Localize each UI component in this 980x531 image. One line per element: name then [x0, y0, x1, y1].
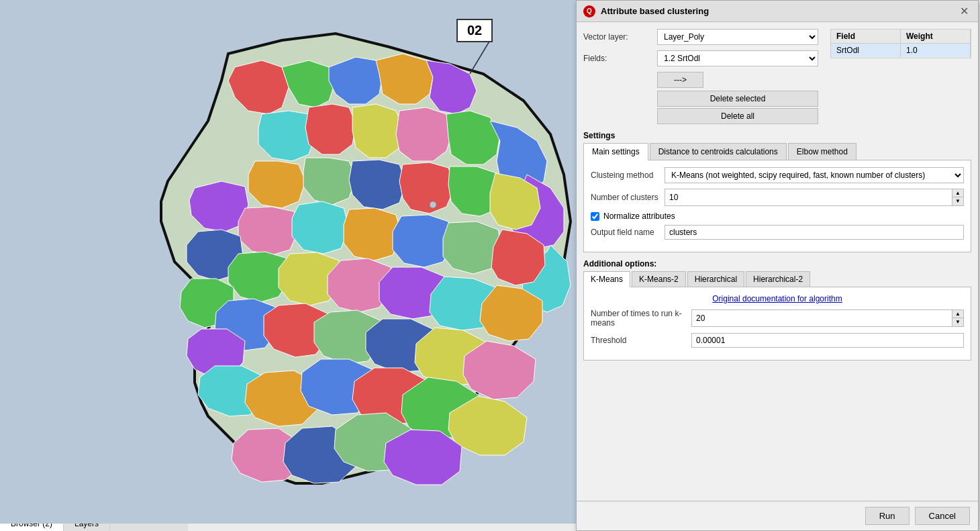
fields-select[interactable]: 1.2 SrtOdl — [657, 50, 818, 66]
fw-header: Field Weight — [831, 30, 971, 44]
additional-options-label: Additional options: — [583, 259, 971, 269]
clustering-method-label: Clusteing method — [591, 171, 665, 180]
map-label-02: 02 — [456, 19, 493, 42]
num-clusters-down[interactable]: ▼ — [952, 197, 963, 205]
additional-options-section: Additional options: K-Means K-Means-2 Hi… — [583, 259, 971, 360]
threshold-label: Threshold — [591, 336, 691, 345]
field-weight-table: Field Weight SrtOdl 1.0 — [830, 29, 971, 58]
dialog-title: Attribute based clustering — [601, 6, 709, 16]
sub-tab-bar: K-Means K-Means-2 Hierarchical Hierarchi… — [583, 271, 971, 287]
fields-row: Fields: 1.2 SrtOdl — [583, 50, 818, 66]
delete-all-button[interactable]: Delete all — [657, 108, 818, 124]
fw-field-1: SrtOdl — [831, 44, 901, 57]
times-label: Number of times to run k-means — [591, 309, 691, 328]
output-field-label: Output field name — [591, 228, 665, 237]
fw-row-1[interactable]: SrtOdl 1.0 — [831, 44, 971, 58]
times-control: ▲ ▼ — [691, 309, 964, 327]
num-clusters-input[interactable] — [665, 191, 952, 204]
dialog-body: Vector layer: Layer_Poly Fields: 1.2 Srt… — [577, 22, 978, 501]
weight-col-header: Weight — [901, 30, 971, 43]
threshold-control — [691, 333, 964, 348]
tab-distance[interactable]: Distance to centroids calculations — [650, 143, 787, 160]
output-field-row: Output field name — [591, 225, 964, 240]
main-tab-bar: Main settings Distance to centroids calc… — [583, 143, 971, 160]
sub-tab-hierarchical2[interactable]: Hierarchical-2 — [746, 271, 810, 287]
tab-main-settings[interactable]: Main settings — [583, 143, 648, 160]
field-col-header: Field — [831, 30, 901, 43]
sub-tab-content: Original documentation for algorithm Num… — [583, 287, 971, 360]
times-spinners: ▲ ▼ — [952, 310, 963, 326]
dialog-close-button[interactable]: ✕ — [957, 5, 971, 17]
clustering-method-row: Clusteing method K-Means (not weighted, … — [591, 167, 964, 183]
normalize-label: Normalize attributes — [603, 211, 675, 221]
fields-label: Fields: — [583, 54, 657, 63]
times-row: Number of times to run k-means ▲ ▼ — [591, 309, 964, 328]
svg-point-1 — [430, 201, 436, 208]
threshold-row: Threshold — [591, 333, 964, 348]
delete-selected-button[interactable]: Delete selected — [657, 91, 818, 107]
sub-tab-hierarchical[interactable]: Hierarchical — [687, 271, 744, 287]
dialog-title-icon: Q — [583, 5, 595, 17]
clustering-method-control: K-Means (not weighted, scipy required, f… — [665, 167, 964, 183]
attribute-clustering-dialog: Q Attribute based clustering ✕ Vector la… — [576, 0, 979, 531]
cancel-button[interactable]: Cancel — [915, 507, 970, 525]
num-clusters-control: ▲ ▼ — [665, 189, 964, 206]
left-form: Vector layer: Layer_Poly Fields: 1.2 Srt… — [583, 29, 818, 126]
num-clusters-input-wrap: ▲ ▼ — [665, 189, 964, 206]
times-input[interactable] — [692, 311, 952, 325]
fw-weight-1: 1.0 — [901, 44, 971, 57]
clustering-method-select[interactable]: K-Means (not weighted, scipy required, f… — [665, 167, 964, 183]
times-down[interactable]: ▼ — [952, 318, 963, 326]
dialog-footer: Run Cancel — [577, 501, 978, 530]
run-button[interactable]: Run — [865, 507, 910, 525]
num-clusters-spinners: ▲ ▼ — [952, 189, 963, 205]
dialog-titlebar: Q Attribute based clustering ✕ — [577, 1, 978, 22]
vector-layer-row: Vector layer: Layer_Poly — [583, 29, 818, 45]
fields-control: 1.2 SrtOdl — [657, 50, 818, 66]
vector-layer-label: Vector layer: — [583, 32, 657, 42]
arrow-button[interactable]: ---> — [657, 72, 703, 88]
times-up[interactable]: ▲ — [952, 310, 963, 318]
normalize-checkbox[interactable] — [591, 212, 599, 221]
map-area: 02 — [0, 0, 577, 524]
tab-elbow[interactable]: Elbow method — [788, 143, 856, 160]
top-section: Vector layer: Layer_Poly Fields: 1.2 Srt… — [583, 29, 971, 126]
buttons-col: ---> Delete selected Delete all — [583, 72, 818, 124]
normalize-row: Normalize attributes — [591, 211, 964, 221]
num-clusters-up[interactable]: ▲ — [952, 189, 963, 197]
vector-layer-select[interactable]: Layer_Poly — [657, 29, 818, 45]
output-field-input[interactable] — [665, 225, 964, 240]
vector-layer-control: Layer_Poly — [657, 29, 818, 45]
doc-link[interactable]: Original documentation for algorithm — [712, 294, 842, 303]
threshold-input[interactable] — [691, 333, 964, 348]
field-weight-panel: Field Weight SrtOdl 1.0 — [824, 29, 971, 126]
sub-tab-kmeans2[interactable]: K-Means-2 — [632, 271, 686, 287]
settings-label: Settings — [583, 131, 971, 140]
settings-section: Settings Main settings Distance to centr… — [583, 131, 971, 252]
sub-tab-kmeans[interactable]: K-Means — [583, 271, 630, 287]
main-settings-content: Clusteing method K-Means (not weighted, … — [583, 160, 971, 252]
num-clusters-label: Number of clusters — [591, 193, 665, 202]
map-svg — [0, 0, 577, 524]
num-clusters-row: Number of clusters ▲ ▼ — [591, 189, 964, 206]
times-input-wrap: ▲ ▼ — [691, 309, 964, 327]
output-field-control — [665, 225, 964, 240]
